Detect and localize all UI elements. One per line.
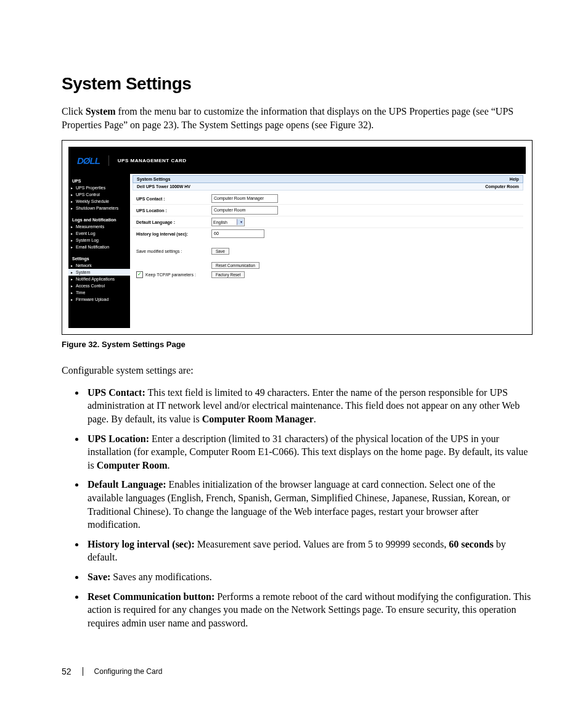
ups-contact-input[interactable]: Computer Room Manager: [211, 194, 278, 203]
b4-bold-end: 60 seconds: [449, 539, 493, 549]
nav-email-notification[interactable]: Email Notification: [68, 244, 130, 250]
b1-label: UPS Contact:: [88, 387, 145, 398]
intro-rest: from the menu bar to customize the infor…: [62, 106, 513, 130]
nav-access-control[interactable]: Access Control: [68, 282, 130, 289]
history-interval-input[interactable]: 60: [211, 229, 264, 238]
footer-separator: [83, 667, 83, 676]
config-intro: Configurable system settings are:: [62, 364, 533, 377]
b1-period: .: [314, 414, 316, 424]
nav-network[interactable]: Network: [68, 262, 130, 269]
figure-container: DØLL UPS MANAGEMENT CARD UPS UPS Propert…: [62, 140, 533, 335]
b2-bold-end: Computer Room: [97, 460, 168, 470]
save-settings-label: Save modified settings :: [136, 249, 211, 253]
nav-section-logs: Logs and Notification: [68, 215, 130, 223]
b2-label: UPS Location:: [88, 433, 149, 444]
figure-caption: Figure 32. System Settings Page: [62, 340, 533, 349]
save-button[interactable]: Save: [211, 248, 229, 255]
help-link[interactable]: Help: [510, 177, 519, 181]
ups-location-label: UPS Location :: [136, 208, 211, 213]
factory-reset-button[interactable]: Factory Reset: [211, 271, 245, 278]
ups-contact-label: UPS Contact :: [136, 197, 211, 201]
panel-title: System Settings: [137, 177, 170, 181]
nav-section-settings: Settings: [68, 254, 130, 262]
b3-label: Default Language:: [88, 479, 166, 490]
bullet-history-interval: History log interval (sec): Measurement …: [85, 538, 533, 564]
screenshot-main: System Settings Help Dell UPS Tower 1000…: [130, 174, 526, 328]
bullet-default-language: Default Language: Enables initialization…: [85, 478, 533, 531]
b4-text: Measurement save period. Values are from…: [195, 539, 449, 549]
sidebar-nav: UPS UPS Properties UPS Control Weekly Sc…: [68, 174, 130, 328]
nav-firmware-upload[interactable]: Firmware Upload: [68, 296, 130, 303]
b6-label: Reset Communication button:: [88, 591, 214, 602]
b5-text: Saves any modifications.: [110, 572, 211, 582]
keep-tcpip-checkbox[interactable]: ✓: [136, 271, 143, 278]
bullet-list: UPS Contact: This text field is limited …: [74, 386, 533, 630]
default-language-select[interactable]: English ▾: [211, 218, 245, 226]
reset-communication-button[interactable]: Reset Communication: [211, 262, 259, 269]
bullet-reset-communication: Reset Communication button: Performs a r…: [85, 590, 533, 630]
dell-logo: DØLL: [77, 155, 109, 166]
panel-header: System Settings Help: [133, 175, 523, 183]
page-footer: 52 Configuring the Card: [62, 667, 533, 676]
device-location: Computer Room: [485, 184, 519, 189]
nav-event-log[interactable]: Event Log: [68, 230, 130, 237]
b2-period: .: [167, 460, 169, 470]
device-name: Dell UPS Tower 1000W HV: [137, 184, 190, 189]
chevron-down-icon: ▾: [240, 220, 242, 224]
nav-measurements[interactable]: Measurements: [68, 223, 130, 230]
b4-label: History log interval (sec):: [88, 539, 195, 549]
b5-label: Save:: [88, 572, 110, 582]
footer-section: Configuring the Card: [94, 667, 163, 676]
intro-bold: System: [86, 106, 116, 117]
intro-paragraph: Click System from the menu bar to custom…: [62, 105, 533, 131]
screenshot-header: DØLL UPS MANAGEMENT CARD: [68, 147, 526, 174]
nav-weekly-schedule[interactable]: Weekly Schedule: [68, 198, 130, 205]
bullet-ups-location: UPS Location: Enter a description (limit…: [85, 432, 533, 472]
nav-time[interactable]: Time: [68, 289, 130, 296]
language-value: English: [213, 220, 227, 224]
keep-tcpip-label: Keep TCP/IP parameters :: [145, 273, 196, 277]
default-language-label: Default Language :: [136, 220, 211, 224]
bullet-ups-contact: UPS Contact: This text field is limited …: [85, 386, 533, 426]
screenshot: DØLL UPS MANAGEMENT CARD UPS UPS Propert…: [68, 147, 526, 328]
bullet-save: Save: Saves any modifications.: [85, 570, 533, 584]
nav-system[interactable]: System: [68, 269, 130, 276]
nav-notified-applications[interactable]: Notified Applications: [68, 276, 130, 282]
history-interval-label: History log interval (sec):: [136, 232, 211, 236]
nav-shutdown-parameters[interactable]: Shutdown Parameters: [68, 205, 130, 211]
nav-system-log[interactable]: System Log: [68, 237, 130, 244]
nav-ups-control[interactable]: UPS Control: [68, 191, 130, 198]
screenshot-title: UPS MANAGEMENT CARD: [118, 158, 187, 163]
ups-location-input[interactable]: Computer Room: [211, 206, 278, 215]
panel-subheader: Dell UPS Tower 1000W HV Computer Room: [133, 183, 523, 191]
nav-ups-properties[interactable]: UPS Properties: [68, 184, 130, 191]
nav-section-ups: UPS: [68, 176, 130, 184]
page-heading: System Settings: [62, 74, 533, 94]
page-number: 52: [62, 667, 71, 676]
b1-bold-end: Computer Room Manager: [202, 414, 314, 424]
intro-prefix: Click: [62, 106, 86, 117]
